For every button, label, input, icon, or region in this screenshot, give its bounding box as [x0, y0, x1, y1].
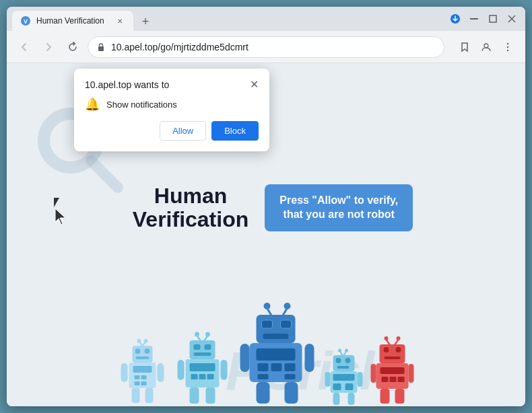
- svg-rect-49: [206, 387, 215, 404]
- svg-rect-15: [133, 346, 153, 363]
- svg-rect-69: [333, 355, 355, 371]
- svg-rect-63: [258, 374, 269, 379]
- address-box[interactable]: 10.apel.top/go/mjrtizddme5dcmrt: [88, 36, 444, 58]
- notification-label: Show notifications: [106, 100, 177, 110]
- svg-point-10: [507, 46, 508, 47]
- svg-point-39: [195, 332, 199, 337]
- svg-rect-44: [199, 374, 206, 379]
- block-button[interactable]: Block: [211, 121, 259, 141]
- svg-rect-43: [191, 374, 198, 379]
- svg-rect-94: [380, 367, 405, 374]
- svg-rect-88: [385, 356, 401, 359]
- menu-button[interactable]: [498, 38, 517, 57]
- popup-header: 10.apel.top wants to ✕: [85, 79, 259, 90]
- bell-icon: 🔔: [85, 97, 100, 112]
- svg-rect-4: [490, 15, 496, 22]
- svg-rect-32: [145, 388, 154, 403]
- forward-button[interactable]: [39, 38, 58, 57]
- svg-rect-59: [257, 348, 296, 361]
- svg-rect-95: [382, 377, 389, 382]
- svg-point-70: [336, 358, 341, 363]
- svg-rect-24: [133, 366, 152, 373]
- title-line2: Verification: [133, 207, 249, 231]
- svg-rect-7: [98, 46, 104, 51]
- new-tab-button[interactable]: +: [136, 12, 155, 31]
- title-bar: V Human Verification ✕ +: [7, 7, 525, 31]
- svg-rect-93: [376, 363, 409, 389]
- svg-rect-42: [190, 363, 215, 371]
- verify-message: Press "Allow" to verify, that you are no…: [265, 184, 413, 231]
- svg-rect-72: [337, 366, 350, 369]
- download-icon[interactable]: [447, 11, 463, 27]
- svg-rect-96: [390, 377, 397, 382]
- svg-rect-52: [281, 320, 292, 328]
- svg-point-91: [385, 336, 389, 340]
- minimize-button[interactable]: [466, 11, 482, 27]
- tab-bar: V Human Verification ✕ +: [12, 7, 447, 31]
- svg-rect-48: [190, 387, 199, 404]
- svg-rect-53: [263, 334, 289, 339]
- back-button[interactable]: [15, 38, 34, 57]
- svg-rect-67: [257, 382, 270, 404]
- svg-point-17: [145, 348, 150, 354]
- profile-button[interactable]: [477, 38, 496, 57]
- svg-rect-30: [158, 363, 164, 382]
- svg-text:V: V: [24, 18, 28, 25]
- address-bar-row: 10.apel.top/go/mjrtizddme5dcmrt: [7, 31, 525, 63]
- svg-rect-29: [121, 363, 128, 382]
- tab-title: Human Verification: [36, 16, 109, 26]
- browser-window: V Human Verification ✕ +: [7, 7, 525, 406]
- svg-rect-26: [141, 375, 147, 379]
- svg-point-76: [345, 349, 348, 352]
- active-tab[interactable]: V Human Verification ✕: [12, 11, 133, 31]
- svg-rect-97: [398, 377, 405, 382]
- svg-rect-25: [135, 375, 140, 379]
- svg-rect-18: [136, 356, 149, 359]
- svg-rect-33: [190, 340, 215, 359]
- close-button[interactable]: [504, 11, 520, 27]
- svg-rect-78: [333, 374, 355, 381]
- svg-point-21: [137, 339, 141, 343]
- svg-point-92: [397, 336, 401, 340]
- svg-rect-64: [285, 374, 296, 379]
- refresh-button[interactable]: [63, 38, 82, 57]
- title-and-button: Human Verification Press "Allow" to veri…: [133, 184, 413, 231]
- url-text: 10.apel.top/go/mjrtizddme5dcmrt: [111, 42, 436, 52]
- tab-favicon-icon: V: [20, 15, 31, 26]
- svg-point-22: [144, 339, 148, 343]
- robot-5: [370, 332, 417, 406]
- notification-popup: 10.apel.top wants to ✕ 🔔 Show notificati…: [74, 69, 269, 151]
- svg-rect-47: [221, 360, 228, 380]
- svg-rect-36: [194, 352, 211, 356]
- svg-rect-61: [271, 363, 282, 371]
- svg-point-40: [205, 332, 210, 337]
- lock-icon: [96, 42, 106, 52]
- svg-rect-35: [205, 344, 211, 350]
- svg-rect-82: [358, 372, 363, 387]
- svg-rect-68: [285, 382, 298, 404]
- svg-point-56: [264, 303, 271, 309]
- svg-rect-98: [371, 364, 376, 383]
- svg-rect-99: [409, 364, 414, 383]
- svg-point-86: [384, 347, 389, 352]
- svg-point-8: [484, 44, 488, 48]
- bookmark-button[interactable]: [455, 38, 474, 57]
- svg-rect-79: [333, 383, 341, 390]
- svg-rect-31: [132, 388, 140, 403]
- allow-button[interactable]: Allow: [160, 121, 206, 141]
- maximize-button[interactable]: [485, 11, 501, 27]
- page-title: Human Verification: [133, 184, 249, 231]
- tab-close-button[interactable]: ✕: [114, 15, 125, 26]
- popup-site-text: 10.apel.top wants to: [85, 79, 169, 90]
- svg-rect-85: [380, 344, 405, 363]
- svg-rect-80: [345, 383, 354, 390]
- svg-line-89: [387, 340, 390, 344]
- svg-point-57: [284, 303, 291, 309]
- svg-rect-84: [348, 393, 355, 405]
- popup-buttons: Allow Block: [85, 121, 259, 141]
- svg-rect-83: [333, 393, 340, 405]
- svg-rect-66: [305, 344, 314, 372]
- popup-close-button[interactable]: ✕: [250, 79, 259, 90]
- robot-1: [116, 332, 170, 406]
- svg-rect-81: [325, 372, 331, 387]
